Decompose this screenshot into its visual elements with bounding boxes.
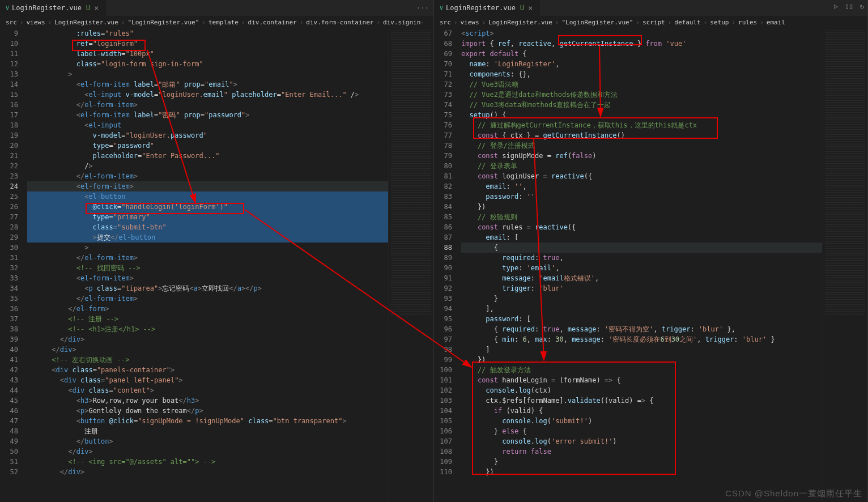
vue-icon: V <box>440 5 443 11</box>
tab-status: U <box>518 4 524 12</box>
tab-filename: LoginRegister.vue <box>446 4 516 12</box>
file-tab[interactable]: V LoginRegister.vue U × <box>0 0 107 16</box>
breadcrumbs[interactable]: src›views›LoginRegister.vue›"LoginRegist… <box>0 16 433 28</box>
tab-status: U <box>84 4 90 12</box>
refresh-icon[interactable]: ↻ <box>860 2 864 10</box>
code-content[interactable]: <script>import { ref, reactive, getCurre… <box>461 28 822 502</box>
watermark: CSDN @Sheldon一蓑烟雨任平生 <box>725 488 862 499</box>
minimap[interactable] <box>822 28 867 502</box>
tab-filename: LoginRegister.vue <box>12 4 82 12</box>
line-numbers: 6768697071727374757677787980818283848586… <box>434 28 461 502</box>
tabs-bar: V LoginRegister.vue U × ··· <box>0 0 433 16</box>
vue-icon: V <box>6 5 9 11</box>
close-icon[interactable]: × <box>93 3 100 12</box>
split-icon[interactable]: ▯▯ <box>845 2 853 10</box>
code-content[interactable]: :rules="rules" ref="loginForm" label-wid… <box>27 28 388 502</box>
close-icon[interactable]: × <box>527 3 534 12</box>
tabs-bar: V LoginRegister.vue U × ▷ ▯▯ ↻ <box>434 0 867 16</box>
run-icon[interactable]: ▷ <box>834 2 838 10</box>
left-editor-pane: V LoginRegister.vue U × ··· src›views›Lo… <box>0 0 434 502</box>
breadcrumbs[interactable]: src›views›LoginRegister.vue›"LoginRegist… <box>434 16 867 28</box>
right-editor-pane: V LoginRegister.vue U × ▷ ▯▯ ↻ src›views… <box>434 0 868 502</box>
line-numbers: 9101112131415161718192021222324252627282… <box>0 28 27 502</box>
more-icon[interactable]: ··· <box>416 4 429 12</box>
minimap[interactable] <box>388 28 433 502</box>
file-tab[interactable]: V LoginRegister.vue U × <box>434 0 541 16</box>
